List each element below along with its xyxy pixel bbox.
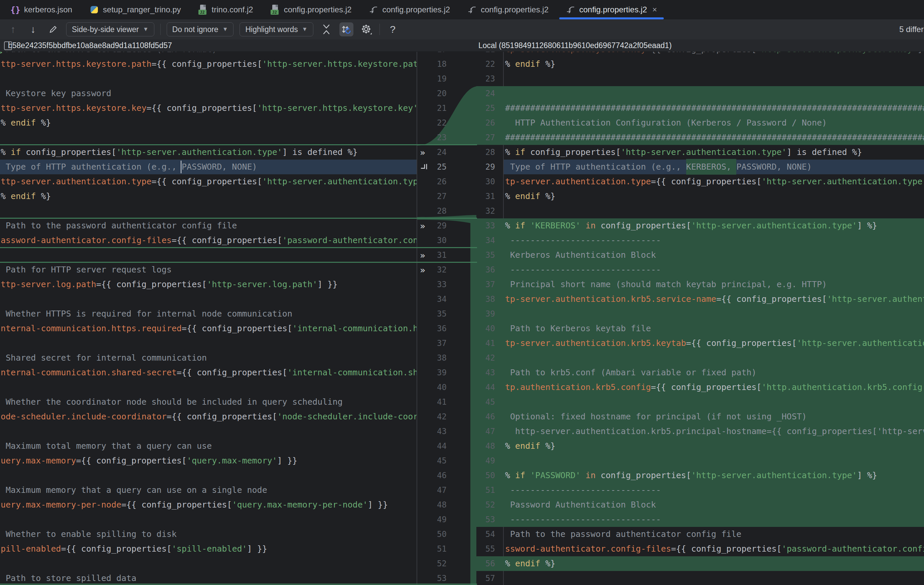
code-token: {{ config_properties[: [157, 176, 262, 186]
diff-pane-left[interactable]: > Path to the HTTPS certificate (PEM for…: [0, 0, 417, 585]
code-token: ########################################…: [505, 103, 924, 113]
help-button[interactable]: ?: [386, 22, 400, 36]
left-line-number: 28: [420, 204, 447, 218]
right-code-line-22: % endif %}: [504, 57, 924, 71]
right-line-number: 26: [476, 115, 495, 130]
right-code-line-30: tp-server.authentication.type={{ config_…: [504, 174, 924, 189]
code-token: ] }}: [368, 500, 388, 509]
insertion-point-line: [0, 144, 477, 145]
file-revision-icon: [4, 41, 12, 50]
code-token: %}: [36, 191, 51, 201]
j2-file-icon: J2: [271, 5, 280, 15]
insertion-point-line: [0, 584, 477, 585]
toolbar-divider: [380, 24, 380, 35]
left-line-number: 22: [420, 115, 447, 130]
code-token: Principal short name (should match keyta…: [505, 280, 827, 289]
json-file-icon: {}: [11, 5, 20, 15]
left-code-line-45: uery.max-memory={{ config_properties['qu…: [0, 453, 417, 468]
code-token: 'http-server.authentication.type': [621, 147, 787, 157]
code-token: [525, 470, 530, 480]
code-token: =: [671, 544, 676, 554]
viewer-mode-dropdown[interactable]: Side-by-side viewer ▼: [66, 22, 154, 36]
changed-block-chevron-icon[interactable]: »: [420, 248, 426, 262]
changed-block-chevron-icon[interactable]: »: [420, 145, 426, 160]
code-token: =: [686, 338, 691, 348]
code-token: endif: [515, 441, 540, 451]
previous-difference-button[interactable]: ↑: [6, 22, 20, 36]
right-code-line-37: Principal short name (should match keyta…: [504, 277, 924, 292]
left-code-line-20: Keystore key password: [0, 86, 417, 101]
next-difference-button[interactable]: ↓: [26, 22, 40, 36]
whitespace-policy-dropdown[interactable]: Do not ignore ▼: [167, 22, 234, 36]
code-token: ] }}: [247, 544, 267, 554]
code-token: Shared secret for internal communication: [1, 353, 207, 363]
tab-label: config.properties.j2: [382, 5, 450, 14]
right-line-number: 34: [476, 233, 495, 248]
right-code-line-35: Kerberos Authentication Block: [504, 248, 924, 262]
code-token: Path to Kerberos keytab file: [505, 323, 651, 333]
edit-icon[interactable]: [46, 22, 60, 36]
tab-label: setup_ranger_trino.py: [103, 5, 181, 14]
changed-block-chevron-icon[interactable]: »: [420, 218, 426, 233]
right-code-line-43: Path to krb5.conf (Ambari variable or fi…: [504, 365, 924, 380]
code-token: HTTP Authentication Configuration (Kerbe…: [505, 118, 827, 128]
tab-setup_ranger_trino.py-1[interactable]: setup_ranger_trino.py: [81, 0, 190, 19]
highlight-mode-dropdown[interactable]: Highlight words ▼: [239, 22, 313, 36]
code-token: %}: [540, 559, 555, 568]
code-token: 'http-server.authentication.type': [262, 176, 417, 186]
left-code-line-43: [0, 424, 417, 439]
code-token: 'password-authenticator.config-files': [782, 544, 924, 554]
left-line-number: 44: [420, 439, 447, 453]
tab-label: trino.conf.j2: [212, 5, 253, 14]
code-token: =: [172, 236, 177, 245]
tab-label: config.properties.j2: [284, 5, 352, 14]
code-token: KERBEROS,: [686, 159, 737, 175]
tab-kerberos.json-0[interactable]: {}kerberos.json: [2, 0, 81, 19]
code-token: =: [651, 382, 656, 392]
chevron-down-icon: ▼: [302, 26, 308, 33]
right-code-line-45: [504, 395, 924, 409]
right-line-number: 31: [476, 189, 495, 204]
tab-config.properties.j2-4[interactable]: config.properties.j2: [360, 0, 459, 19]
right-code-line-27: ########################################…: [504, 130, 924, 145]
code-token: {{ config_properties[: [177, 236, 282, 245]
close-icon[interactable]: ×: [652, 5, 657, 14]
diff-viewer-window: > Path to the HTTPS certificate (PEM for…: [0, 0, 924, 585]
left-line-number: 51: [420, 542, 447, 556]
code-token: =: [76, 456, 81, 465]
left-code-line-25: Type of HTTP authentication (e.g., PASSW…: [0, 160, 417, 174]
changed-block-chevron-icon[interactable]: »: [420, 262, 426, 277]
tab-config.properties.j2-6[interactable]: config.properties.j2×: [557, 0, 666, 19]
left-line-number: 20: [420, 86, 447, 101]
diff-pane-right[interactable]: tp-server.https.keystore.key={{ config_p…: [504, 0, 924, 585]
right-line-number: 52: [476, 498, 495, 512]
left-code-line-47: Maximum memory that a query can use on a…: [0, 483, 417, 498]
code-token: PASSWORD, NONE): [736, 162, 812, 171]
code-token: 'spill-enabled': [172, 544, 247, 554]
right-line-number: 53: [476, 512, 495, 527]
synchronize-scrolling-button[interactable]: [340, 22, 353, 36]
code-token: tp-server.authentication.type: [505, 176, 651, 186]
right-line-number: 56: [476, 556, 495, 571]
code-token: =: [152, 176, 157, 186]
diff-file-icon: [467, 5, 477, 15]
right-line-number: 22: [476, 57, 495, 71]
left-line-number: 40: [420, 380, 447, 395]
tab-trino.conf.j2-2[interactable]: J2trino.conf.j2: [190, 0, 262, 19]
code-token: 'http-server.https.keystore.key': [257, 103, 417, 113]
code-token: if: [515, 221, 525, 231]
settings-gear-icon[interactable]: [360, 22, 373, 36]
code-token: =: [716, 294, 721, 304]
code-token: =: [167, 412, 172, 421]
gutter-separator-left: [417, 0, 417, 585]
left-line-number: 33: [420, 277, 447, 292]
tab-config.properties.j2-5[interactable]: config.properties.j2: [459, 0, 557, 19]
tab-config.properties.j2-3[interactable]: J2config.properties.j2: [262, 0, 360, 19]
code-token: assword-authenticator.config-files: [1, 236, 172, 245]
code-token: Path to the password authenticator confi…: [505, 529, 741, 539]
right-line-number: 41: [476, 336, 495, 351]
code-token: %: [505, 59, 515, 69]
collapse-unchanged-icon[interactable]: [319, 22, 333, 36]
diff-file-icon: [369, 5, 378, 15]
chevron-down-icon: ▼: [223, 26, 228, 33]
